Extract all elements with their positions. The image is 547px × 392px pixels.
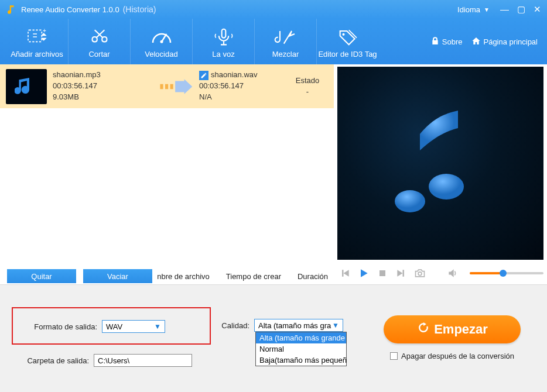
start-button[interactable]: Empezar: [384, 315, 521, 343]
quality-select[interactable]: Alta (tamaño más gra ▼: [254, 319, 343, 332]
refresh-icon: [416, 321, 430, 338]
volume-slider[interactable]: [470, 272, 543, 274]
add-files-icon: +: [25, 25, 49, 49]
shutdown-checkbox[interactable]: [390, 352, 398, 360]
file-thumb: [6, 69, 47, 104]
scissors-icon: [88, 25, 111, 49]
quality-value: Alta (tamaño más gra: [258, 321, 331, 330]
output-filename: shaonian.wav: [211, 70, 258, 81]
player-controls: [337, 260, 543, 281]
app-subtitle: (Historia): [123, 5, 156, 14]
status-header: Estado: [281, 75, 334, 87]
column-length[interactable]: Duración: [298, 272, 328, 281]
status-value: -: [281, 87, 334, 98]
tool-label: La voz: [212, 50, 234, 59]
tool-label: Editor de ID3 Tag: [318, 50, 377, 59]
quality-label: Calidad:: [211, 321, 249, 330]
lock-icon: [430, 36, 440, 47]
quality-dropdown: Alta (tamaño más grande Normal Baja(tama…: [255, 332, 347, 366]
svg-text:+: +: [43, 27, 46, 34]
svg-point-4: [342, 33, 344, 35]
svg-point-2: [160, 40, 163, 43]
chevron-down-icon: ▼: [154, 322, 161, 331]
output-duration: 00:03:56.147: [199, 81, 281, 92]
clear-button[interactable]: Vaciar: [83, 269, 152, 283]
mix-icon: [274, 25, 298, 49]
next-button[interactable]: [394, 266, 409, 281]
chevron-down-icon: ▼: [332, 321, 339, 329]
chevron-down-icon: ▼: [484, 6, 490, 13]
play-button[interactable]: [356, 266, 371, 281]
output-format-label: Formato de salida:: [20, 322, 97, 331]
svg-point-9: [395, 190, 425, 212]
column-created[interactable]: Tiempo de crear: [226, 272, 281, 281]
output-folder-label: Carpeta de salida:: [12, 356, 89, 365]
close-button[interactable]: ✕: [534, 5, 541, 13]
snapshot-button[interactable]: [412, 266, 428, 281]
voice-button[interactable]: La voz: [192, 19, 254, 64]
volume-icon[interactable]: [445, 266, 460, 281]
gauge-icon: [150, 25, 173, 49]
maximize-button[interactable]: ▢: [517, 5, 525, 13]
about-label: Sobre: [442, 37, 463, 46]
output-folder-input[interactable]: [94, 354, 192, 367]
add-files-button[interactable]: + Añadir archivos: [6, 19, 68, 64]
output-format-highlight: Formato de salida: WAV ▼: [12, 307, 211, 345]
language-selector[interactable]: Idioma ▼: [457, 5, 490, 14]
tool-label: Mezclar: [272, 50, 299, 59]
language-label: Idioma: [457, 5, 480, 14]
svg-rect-5: [160, 84, 163, 89]
speed-button[interactable]: Velocidad: [130, 19, 192, 64]
app-title: Renee Audio Converter 1.0.0: [21, 5, 119, 14]
id3-editor-button[interactable]: Editor de ID3 Tag: [316, 19, 378, 64]
shutdown-label: Apagar después de la conversión: [401, 352, 514, 360]
output-format-value: WAV: [106, 322, 122, 331]
minimize-button[interactable]: —: [500, 5, 509, 13]
edit-output-button[interactable]: [199, 71, 208, 80]
start-label: Empezar: [434, 322, 488, 337]
app-logo-icon: [6, 4, 16, 15]
svg-point-8: [429, 174, 464, 200]
preview-canvas: [337, 67, 543, 260]
quality-option-normal[interactable]: Normal: [256, 343, 346, 355]
source-duration: 00:03:56.147: [53, 81, 152, 92]
quality-option-low[interactable]: Baja(tamaño más pequeñ: [256, 355, 346, 366]
quality-option-high[interactable]: Alta (tamaño más grande: [256, 332, 346, 343]
home-link[interactable]: Página principal: [471, 36, 538, 47]
tool-label: Velocidad: [145, 50, 177, 59]
mix-button[interactable]: Mezclar: [254, 19, 316, 64]
svg-rect-0: [28, 30, 42, 42]
about-link[interactable]: Sobre: [430, 36, 463, 47]
output-format-select[interactable]: WAV ▼: [102, 320, 165, 333]
tool-label: Cortar: [88, 50, 110, 59]
svg-point-11: [418, 272, 422, 276]
output-size: N/A: [199, 92, 281, 103]
list-item[interactable]: shaonian.mp3 00:03:56.147 9.03MB shaonia…: [0, 64, 334, 109]
svg-rect-10: [380, 270, 385, 276]
tool-label: Añadir archivos: [11, 50, 63, 59]
remove-button[interactable]: Quitar: [7, 269, 76, 283]
svg-rect-6: [165, 84, 168, 89]
prev-button[interactable]: [337, 266, 353, 281]
tag-icon: [336, 25, 360, 49]
stop-button[interactable]: [375, 266, 390, 281]
file-list: shaonian.mp3 00:03:56.147 9.03MB shaonia…: [0, 64, 334, 284]
svg-rect-3: [221, 29, 225, 37]
source-size: 9.03MB: [53, 92, 152, 103]
home-icon: [471, 36, 481, 47]
column-filename[interactable]: nbre de archivo: [157, 272, 210, 281]
source-filename: shaonian.mp3: [53, 70, 152, 81]
microphone-icon: [212, 25, 235, 49]
home-label: Página principal: [483, 37, 538, 46]
svg-rect-7: [170, 84, 173, 89]
cut-button[interactable]: Cortar: [68, 19, 130, 64]
arrow-right-icon: [152, 64, 199, 108]
